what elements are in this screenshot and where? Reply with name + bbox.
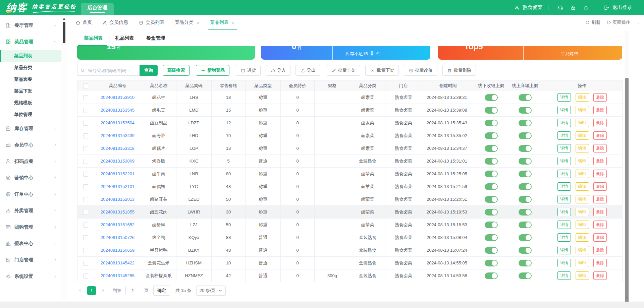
sidebar-sub-spec-template[interactable]: 规格模板 — [0, 97, 61, 109]
row-checkbox[interactable] — [83, 133, 88, 138]
detail-button[interactable]: 详情 — [557, 170, 571, 178]
product-id-link[interactable]: 20240813153910 — [101, 95, 135, 100]
query-button[interactable]: 查询 — [140, 65, 158, 76]
lock-button[interactable] — [570, 5, 576, 11]
offline-onshelf-toggle[interactable] — [485, 171, 498, 177]
edit-button[interactable]: 编辑 — [576, 131, 589, 140]
close-icon[interactable]: × — [232, 20, 235, 25]
row-checkbox[interactable] — [83, 235, 88, 240]
sidebar-item-restaurant[interactable]: 餐厅管理 — [0, 17, 61, 34]
subtab-dish-list[interactable]: 菜品列表 — [84, 30, 103, 46]
subtab-mealbox[interactable]: 餐盒管理 — [146, 30, 165, 46]
edit-button[interactable]: 编辑 — [576, 195, 589, 203]
offline-onshelf-toggle[interactable] — [485, 145, 498, 152]
detail-button[interactable]: 详情 — [557, 93, 571, 102]
edit-button[interactable]: 编辑 — [576, 221, 589, 229]
content-scrollbar[interactable] — [625, 31, 629, 301]
subtab-gift-list[interactable]: 礼品列表 — [115, 30, 134, 46]
scroll-up-arrow-icon[interactable] — [63, 18, 65, 20]
sidebar-scrollbar[interactable] — [61, 15, 67, 302]
sidebar-item-dishes[interactable]: 菜品管理 — [0, 34, 61, 50]
product-id-link[interactable]: 20240813150659 — [101, 248, 135, 253]
support-button[interactable] — [557, 4, 564, 11]
tab-home[interactable]: 首页 — [75, 15, 92, 30]
batch-delete-button[interactable]: 批量删除 — [442, 65, 476, 76]
page-size-select[interactable]: 20 条/页 — [196, 286, 226, 296]
purchase-button[interactable]: 进货 — [236, 65, 261, 76]
detail-button[interactable]: 详情 — [557, 259, 571, 267]
sidebar-item-stores[interactable]: 门店管理 — [0, 252, 61, 268]
tab-dish-category[interactable]: 菜品分类 × — [175, 15, 200, 30]
offline-onshelf-toggle[interactable] — [485, 222, 498, 228]
offline-onshelf-toggle[interactable] — [485, 132, 498, 139]
row-checkbox[interactable] — [83, 197, 88, 202]
delete-button[interactable]: 删除 — [593, 131, 607, 140]
sidebar-sub-dish-list[interactable]: 菜品列表 — [0, 50, 61, 62]
product-id-link[interactable]: 20240813153009 — [101, 159, 135, 164]
low-stock-count[interactable]: 0 — [370, 51, 373, 56]
sidebar-item-groupbuy[interactable]: 团购管理 — [0, 219, 61, 235]
edit-button[interactable]: 编辑 — [576, 119, 589, 127]
edit-button[interactable]: 编辑 — [576, 93, 589, 102]
online-onshelf-toggle[interactable] — [519, 183, 532, 190]
detail-button[interactable]: 详情 — [557, 119, 571, 127]
detail-button[interactable]: 详情 — [557, 144, 571, 152]
scroll-down-arrow-icon[interactable] — [626, 297, 628, 299]
row-checkbox[interactable] — [83, 95, 88, 100]
offline-onshelf-toggle[interactable] — [485, 272, 498, 279]
stat-card-low-stock[interactable]: 0件 库存不足150件 — [261, 46, 430, 60]
online-onshelf-toggle[interactable] — [519, 222, 532, 228]
sidebar-item-takeout[interactable]: 外卖管理 — [0, 202, 61, 219]
export-button[interactable]: 导出 — [296, 65, 320, 76]
import-button[interactable]: 导入 — [266, 65, 290, 76]
product-id-link[interactable]: 20240813153439 — [101, 133, 135, 138]
tab-member-info[interactable]: 会员信息 — [102, 15, 128, 30]
row-checkbox[interactable] — [83, 121, 88, 126]
detail-button[interactable]: 详情 — [557, 208, 571, 216]
detail-button[interactable]: 详情 — [557, 233, 571, 242]
goto-page-input[interactable] — [125, 286, 140, 295]
row-checkbox[interactable] — [83, 273, 88, 279]
confirm-page-button[interactable]: 确定 — [153, 286, 170, 296]
offline-onshelf-toggle[interactable] — [485, 120, 498, 126]
edit-button[interactable]: 编辑 — [576, 208, 589, 216]
online-onshelf-toggle[interactable] — [519, 120, 532, 126]
edit-button[interactable]: 编辑 — [576, 246, 589, 254]
delete-button[interactable]: 删除 — [593, 119, 607, 127]
product-id-link[interactable]: 20240813153545 — [101, 108, 135, 113]
edit-button[interactable]: 编辑 — [576, 271, 589, 280]
edit-button[interactable]: 编辑 — [576, 106, 589, 114]
search-input[interactable] — [87, 68, 137, 73]
stat-card-total[interactable]: 15件 — [77, 46, 255, 60]
sidebar-item-reports[interactable]: 报表中心 — [0, 235, 61, 252]
offline-onshelf-toggle[interactable] — [485, 234, 498, 241]
row-checkbox[interactable] — [83, 261, 88, 266]
online-onshelf-toggle[interactable] — [519, 196, 532, 203]
detail-button[interactable]: 详情 — [557, 246, 571, 254]
sidebar-sub-unit-management[interactable]: 单位管理 — [0, 109, 61, 120]
sidebar-item-orders[interactable]: 订单中心 — [0, 186, 61, 202]
detail-button[interactable]: 详情 — [557, 131, 571, 140]
product-id-link[interactable]: 20240813152101 — [101, 184, 135, 189]
logout-button[interactable]: 退出登录 — [603, 4, 632, 11]
sidebar-item-scan-order[interactable]: 扫码点餐 — [0, 153, 61, 170]
offline-onshelf-toggle[interactable] — [485, 158, 498, 165]
sidebar-item-members[interactable]: 会员中心 — [0, 137, 61, 153]
row-checkbox[interactable] — [83, 248, 88, 253]
online-onshelf-toggle[interactable] — [519, 272, 532, 279]
detail-button[interactable]: 详情 — [557, 157, 571, 165]
next-page-icon[interactable] — [101, 288, 105, 293]
sidebar-sub-dish-category[interactable]: 菜品分类 — [0, 62, 61, 73]
edit-button[interactable]: 编辑 — [576, 170, 589, 178]
product-id-link[interactable]: 20240813145255 — [101, 273, 135, 278]
batch-off-shelf-button[interactable]: 批量下架 — [365, 65, 399, 76]
delete-button[interactable]: 删除 — [593, 182, 607, 191]
online-onshelf-toggle[interactable] — [519, 107, 532, 114]
delete-button[interactable]: 删除 — [593, 233, 607, 242]
offline-onshelf-toggle[interactable] — [485, 196, 498, 203]
content-scroll-thumb[interactable] — [625, 78, 629, 306]
row-checkbox[interactable] — [83, 210, 88, 215]
product-id-link[interactable]: 20240813151855 — [101, 209, 135, 214]
online-onshelf-toggle[interactable] — [519, 247, 532, 254]
offline-onshelf-toggle[interactable] — [485, 260, 498, 266]
